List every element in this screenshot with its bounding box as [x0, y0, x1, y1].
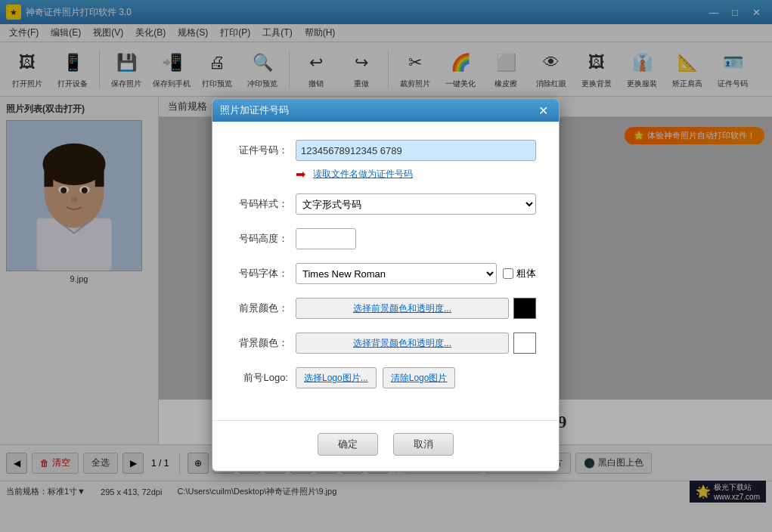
code-height-wrap: ▲ ▼ — [296, 228, 356, 249]
code-height-label: 号码高度： — [235, 232, 288, 246]
code-font-label: 号码字体： — [235, 267, 288, 280]
code-height-control: ▲ ▼ — [296, 228, 536, 249]
logo-label: 前号Logo: — [235, 371, 288, 385]
code-style-label: 号码样式： — [235, 197, 288, 211]
fg-color-control: 选择前景颜色和透明度... — [296, 298, 536, 319]
code-font-control: Times New Roman Arial 宋体 黑体 粗体 — [296, 263, 536, 284]
bold-checkbox[interactable] — [503, 268, 513, 279]
logo-control: 选择Logo图片... 清除Logo图片 — [296, 367, 536, 388]
code-style-control: 文字形式号码 条形码 二维码 — [296, 193, 536, 215]
dialog-ok-button[interactable]: 确定 — [318, 433, 378, 456]
select-logo-button[interactable]: 选择Logo图片... — [296, 367, 377, 388]
modal-overlay: 照片加证件号码 ✕ 证件号码： ➡ 读取文件名做为证件号码 号码样式： — [0, 0, 772, 532]
arrow-right-icon: ➡ — [296, 167, 305, 181]
bg-color-swatch[interactable] — [513, 332, 536, 354]
dialog-body: 证件号码： ➡ 读取文件名做为证件号码 号码样式： 文字形式号码 条形码 二维码 — [212, 122, 559, 420]
dialog: 照片加证件号码 ✕ 证件号码： ➡ 读取文件名做为证件号码 号码样式： — [212, 98, 560, 472]
id-code-input[interactable] — [296, 140, 536, 161]
bg-color-control: 选择背景颜色和透明度... — [296, 332, 536, 354]
bg-color-label: 背景颜色： — [235, 336, 288, 350]
read-filename-link[interactable]: 读取文件名做为证件号码 — [313, 168, 413, 181]
bg-color-row: 背景颜色： 选择背景颜色和透明度... — [235, 332, 536, 354]
dialog-footer: 确定 取消 — [212, 420, 559, 471]
link-row: ➡ 读取文件名做为证件号码 — [235, 167, 536, 181]
code-height-input[interactable] — [296, 234, 356, 245]
bold-wrap: 粗体 — [503, 267, 536, 280]
dialog-close-button[interactable]: ✕ — [535, 102, 551, 119]
code-style-select[interactable]: 文字形式号码 条形码 二维码 — [296, 193, 536, 215]
code-style-row: 号码样式： 文字形式号码 条形码 二维码 — [235, 193, 536, 215]
code-height-row: 号码高度： ▲ ▼ — [235, 228, 536, 249]
bold-label: 粗体 — [516, 267, 536, 280]
fg-color-button[interactable]: 选择前景颜色和透明度... — [296, 298, 509, 319]
id-code-label: 证件号码： — [235, 144, 288, 157]
dialog-cancel-button[interactable]: 取消 — [393, 433, 454, 456]
id-code-row: 证件号码： — [235, 140, 536, 161]
id-code-control — [296, 140, 536, 161]
clear-logo-button[interactable]: 清除Logo图片 — [383, 367, 456, 388]
code-font-row: 号码字体： Times New Roman Arial 宋体 黑体 粗体 — [235, 263, 536, 284]
bg-color-button[interactable]: 选择背景颜色和透明度... — [296, 332, 509, 354]
dialog-title: 照片加证件号码 — [220, 104, 535, 117]
code-font-select[interactable]: Times New Roman Arial 宋体 黑体 — [296, 263, 497, 284]
fg-color-label: 前景颜色： — [235, 302, 288, 315]
fg-color-row: 前景颜色： 选择前景颜色和透明度... — [235, 298, 536, 319]
fg-color-swatch[interactable] — [513, 298, 536, 319]
logo-row: 前号Logo: 选择Logo图片... 清除Logo图片 — [235, 367, 536, 388]
dialog-title-bar: 照片加证件号码 ✕ — [212, 99, 559, 122]
